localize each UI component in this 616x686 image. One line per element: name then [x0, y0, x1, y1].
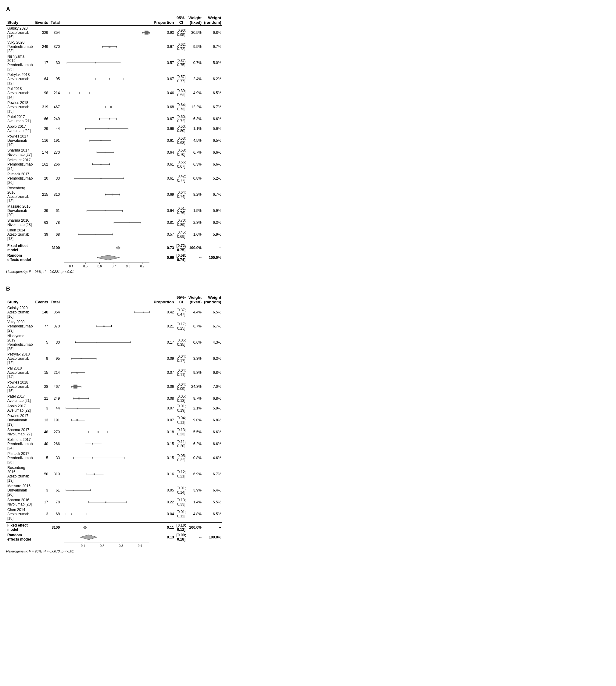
table-header: Study Events Total Proportion 95%-CI Wei…	[6, 15, 222, 26]
weight-random-value: 5.2%	[203, 171, 222, 185]
study-plot-1	[61, 40, 152, 54]
study-plot-9	[61, 148, 152, 157]
proportion-value: 0.16	[152, 465, 175, 483]
col-header-proportion: Proportion	[152, 15, 175, 26]
total-value: 266	[49, 157, 61, 171]
total-value: 467	[49, 380, 61, 394]
weight-random-value: 6.7%	[203, 100, 222, 114]
study-plot-svg	[61, 370, 152, 375]
events-value: 162	[34, 157, 49, 171]
proportion-value: 0.57	[152, 54, 175, 72]
panel-a: A Study Events Total Proportion 95%-CI	[6, 6, 302, 273]
study-row: Bellmunt 2017 Pembrolizumab [24] 162 266…	[6, 157, 222, 171]
events-value: 64	[34, 72, 49, 86]
weight-fixed-value: 1.4%	[187, 497, 203, 507]
weight-fixed-value: 3.3%	[187, 352, 203, 366]
study-name: Bellmunt 2017 Pembrolizumab [24]	[6, 157, 34, 171]
weight-fixed-value: 6.7%	[187, 319, 203, 333]
fixed-effect-row: Fixed effect model 3100 0.73 [0.72; 0.75…	[6, 243, 222, 253]
study-plot-5	[61, 100, 152, 114]
random-ci: [0.09; 0.18]	[175, 532, 187, 542]
weight-fixed-value: 6.3%	[187, 157, 203, 171]
svg-marker-178	[83, 526, 87, 529]
ci-value: [0.42; 0.77]	[175, 171, 187, 185]
study-plot-svg	[61, 471, 152, 477]
total-value: 44	[49, 124, 61, 134]
study-row: Powles 2017 Durvalumab [19] 13 191 0.07 …	[6, 413, 222, 427]
study-name: Plimack 2017 Pembrolizumab [26]	[6, 451, 34, 465]
col-header-total: Total	[49, 15, 61, 26]
proportion-value: 0.07	[152, 366, 175, 380]
study-name: Massard 2016 Durvalumab [20]	[6, 483, 34, 497]
study-name: Powles 2017 Durvalumab [19]	[6, 134, 34, 148]
weight-random-value: 6.4%	[203, 483, 222, 497]
ci-value: [0.05; 0.32]	[175, 451, 187, 465]
study-plot-13	[61, 204, 152, 218]
svg-rect-116	[81, 358, 82, 359]
random-label: Random effects model	[6, 532, 34, 542]
study-row: Galsky 2020 Atezolizumab [16] 329 354 0.…	[6, 26, 222, 40]
ci-value: [0.50; 0.80]	[175, 124, 187, 134]
events-value: 148	[34, 305, 49, 319]
axis-svg: 0.10.20.30.4	[61, 542, 152, 549]
ci-value: [0.70; 0.89]	[175, 218, 187, 227]
weight-fixed-value: 2.1%	[187, 403, 203, 413]
ci-value: [0.37; 0.47]	[175, 305, 187, 319]
total-value: 191	[49, 134, 61, 148]
weight-fixed-value: 8.2%	[187, 185, 203, 204]
study-row: Plimack 2017 Pembrolizumab [26] 20 33 0.…	[6, 171, 222, 185]
svg-rect-49	[105, 152, 106, 153]
svg-text:0.8: 0.8	[126, 265, 130, 268]
study-name: Sharma 2016 Nivolumab [28]	[6, 497, 34, 507]
weight-random-value: 6.7%	[203, 465, 222, 483]
svg-text:0.1: 0.1	[81, 544, 85, 548]
study-row: Chen 2014 Atezolizumab [18] 3 68 0.04 [0…	[6, 507, 222, 521]
fixed-ci: [0.72; 0.75]	[175, 243, 187, 253]
study-row: Powles 2017 Durvalumab [19] 116 191 0.61…	[6, 134, 222, 148]
study-name: Plimack 2017 Pembrolizumab [26]	[6, 171, 34, 185]
col-header-study: Study	[6, 294, 34, 305]
study-plot-svg	[61, 126, 152, 131]
proportion-value: 0.69	[152, 185, 175, 204]
ci-value: [0.53; 0.68]	[175, 134, 187, 148]
study-plot-11	[61, 171, 152, 185]
study-plot-0	[61, 26, 152, 40]
panel-b: B Study Events Total Proportion 95%-CI	[6, 286, 302, 553]
weight-fixed-value: 12.2%	[187, 100, 203, 114]
study-row: Nishiyama 2019 Pembrolizumab [25] 17 30 …	[6, 54, 222, 72]
ci-value: [0.45; 0.69]	[175, 227, 187, 242]
proportion-value: 0.64	[152, 148, 175, 157]
ci-value: [0.64; 0.74]	[175, 185, 187, 204]
total-value: 370	[49, 40, 61, 54]
study-name: Chen 2014 Atezolizumab [18]	[6, 227, 34, 242]
proportion-value: 0.05	[152, 483, 175, 497]
study-plot-svg	[61, 324, 152, 329]
col-header-events: Events	[34, 15, 49, 26]
proportion-value: 0.64	[152, 204, 175, 218]
svg-rect-14	[95, 63, 96, 63]
total-value: 266	[49, 437, 61, 451]
ci-value: [0.04; 0.11]	[175, 366, 187, 380]
weight-random-value: 6.5%	[203, 507, 222, 521]
ci-value: [0.06; 0.35]	[175, 333, 187, 352]
random-ci: [0.58; 0.74]	[175, 253, 187, 263]
weight-fixed-value: 3.9%	[187, 483, 203, 497]
ci-value: [0.37; 0.75]	[175, 54, 187, 72]
events-value: 9	[34, 352, 49, 366]
forest-table: Study Events Total Proportion 95%-CI Wei…	[6, 15, 222, 269]
weight-fixed-value: 2.8%	[187, 218, 203, 227]
col-header-wrandom: Weight(random)	[203, 294, 222, 305]
study-plot-svg	[61, 104, 152, 110]
events-value: 98	[34, 86, 49, 100]
study-name: Petrylak 2018 Atezolizumab [12]	[6, 352, 34, 366]
fixed-effect-row: Fixed effect model 3100 0.11 [0.10; 0.12…	[6, 523, 222, 533]
total-value: 61	[49, 483, 61, 497]
random-effect-row: Random effects model 0.66 [0.58; 0.74] -…	[6, 253, 222, 263]
total-value: 33	[49, 451, 61, 465]
weight-fixed-value: 6.2%	[187, 437, 203, 451]
weight-fixed-value: 0.6%	[187, 333, 203, 352]
proportion-value: 0.61	[152, 157, 175, 171]
proportion-value: 0.61	[152, 134, 175, 148]
study-plot-7	[61, 403, 152, 413]
study-plot-1	[61, 319, 152, 333]
